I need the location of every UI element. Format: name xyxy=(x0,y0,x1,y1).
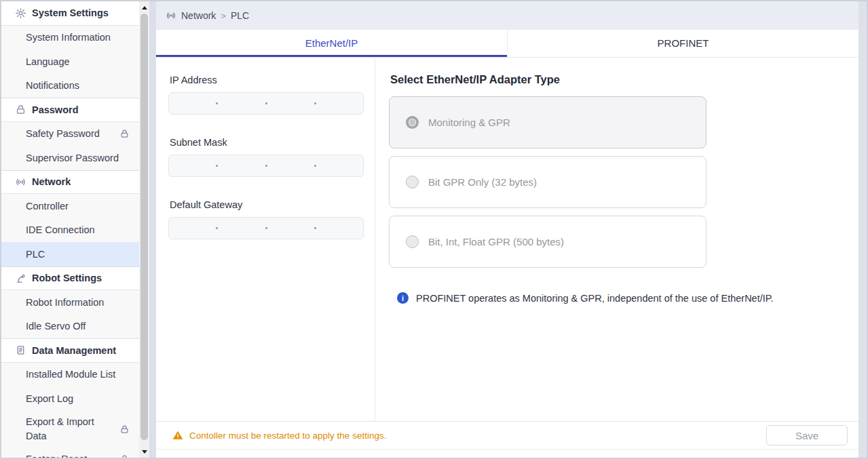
sidebar-item-system-information[interactable]: System Information xyxy=(1,26,139,50)
octet-input[interactable] xyxy=(316,155,363,176)
scrollbar-thumb[interactable] xyxy=(140,14,148,440)
octet-input[interactable] xyxy=(218,93,265,114)
sidebar-section-password[interactable]: Password xyxy=(1,98,139,122)
octet-input[interactable] xyxy=(316,218,363,239)
sidebar-item-label: Export & Import Data xyxy=(26,415,130,443)
warning-icon xyxy=(172,430,183,441)
sidebar-item-ide-connection[interactable]: IDE Connection xyxy=(1,218,139,243)
sidebar-section-label: System Settings xyxy=(32,7,109,18)
sidebar-section-network[interactable]: Network xyxy=(1,170,139,195)
main-panel: Network > PLC EtherNet/IP PROFINET IP Ad… xyxy=(156,1,858,458)
sidebar-section-robot-settings[interactable]: Robot Settings xyxy=(1,266,139,291)
broadcast-icon xyxy=(166,10,176,21)
sidebar: System Settings System Information Langu… xyxy=(1,1,139,458)
sidebar-item-label: Installed Module List xyxy=(26,369,115,380)
sidebar-section-data-management[interactable]: Data Management xyxy=(1,338,139,363)
tab-profinet[interactable]: PROFINET xyxy=(507,30,858,57)
adapter-option-bit-gpr-only[interactable]: Bit GPR Only (32 bytes) xyxy=(389,156,706,208)
sidebar-item-export-import-data[interactable]: Export & Import Data xyxy=(1,411,139,447)
save-button[interactable]: Save xyxy=(766,425,848,445)
adapter-section-title: Select EtherNet/IP Adapter Type xyxy=(390,73,858,86)
sidebar-item-idle-servo-off[interactable]: Idle Servo Off xyxy=(1,315,139,339)
subnet-mask-input[interactable] xyxy=(168,155,364,177)
octet-input[interactable] xyxy=(169,218,216,239)
network-form: IP Address Subnet Mask Default Gateway xyxy=(156,58,375,421)
sidebar-item-language[interactable]: Language xyxy=(1,49,139,74)
sidebar-item-label: Notifications xyxy=(26,80,79,91)
robot-icon xyxy=(15,273,26,284)
breadcrumb-current: PLC xyxy=(231,10,249,21)
lock-icon xyxy=(119,454,130,458)
octet-input[interactable] xyxy=(267,93,314,114)
adapter-option-bit-int-float-gpr[interactable]: Bit, Int, Float GPR (500 bytes) xyxy=(389,216,706,268)
octet-input[interactable] xyxy=(169,93,216,114)
sidebar-item-supervisor-password[interactable]: Supervisor Password xyxy=(1,146,139,170)
sidebar-item-robot-information[interactable]: Robot Information xyxy=(1,290,139,315)
sidebar-section-label: Password xyxy=(32,104,79,115)
sidebar-item-installed-module-list[interactable]: Installed Module List xyxy=(1,363,139,387)
profinet-note: i PROFINET operates as Monitoring & GPR,… xyxy=(397,292,858,304)
restart-warning-text: Contoller must be restarted to apply the… xyxy=(189,431,386,441)
radio-unselected-icon[interactable] xyxy=(406,176,419,188)
octet-input[interactable] xyxy=(267,218,314,239)
lock-icon xyxy=(15,104,26,115)
scroll-down-arrow[interactable] xyxy=(139,447,149,456)
adapter-option-monitoring-gpr[interactable]: Monitoring & GPR xyxy=(389,96,706,148)
sidebar-item-label: Controller xyxy=(26,201,69,212)
sidebar-section-label: Network xyxy=(32,176,71,187)
sidebar-section-system-settings[interactable]: System Settings xyxy=(1,1,139,26)
lock-icon xyxy=(119,424,130,434)
breadcrumb-parent[interactable]: Network xyxy=(181,10,216,21)
breadcrumb: Network > PLC xyxy=(156,1,858,30)
tab-label: PROFINET xyxy=(658,37,709,49)
tab-content: IP Address Subnet Mask Default Gateway xyxy=(156,58,858,421)
sidebar-item-label: Language xyxy=(26,56,70,67)
sidebar-item-label: Export Log xyxy=(26,393,73,404)
octet-input[interactable] xyxy=(316,93,363,114)
sidebar-divider xyxy=(149,1,156,458)
sidebar-scrollbar[interactable] xyxy=(139,1,149,458)
ip-address-input[interactable] xyxy=(168,92,364,115)
sidebar-item-factory-reset[interactable]: Factory Reset xyxy=(1,447,139,458)
sidebar-item-label: Robot Information xyxy=(26,297,104,308)
sidebar-item-label: PLC xyxy=(26,249,45,260)
radio-unselected-icon[interactable] xyxy=(406,235,419,248)
footer-bar: Contoller must be restarted to apply the… xyxy=(156,421,858,450)
sidebar-item-plc[interactable]: PLC xyxy=(1,242,139,266)
sidebar-item-export-log[interactable]: Export Log xyxy=(1,386,139,411)
gear-icon xyxy=(15,7,26,19)
profinet-note-text: PROFINET operates as Monitoring & GPR, i… xyxy=(416,293,774,304)
tab-ethernet-ip[interactable]: EtherNet/IP xyxy=(156,30,507,57)
adapter-option-label: Bit, Int, Float GPR (500 bytes) xyxy=(428,236,564,247)
sidebar-item-label: System Information xyxy=(26,32,111,43)
sidebar-item-controller[interactable]: Controller xyxy=(1,194,139,218)
sidebar-item-label: Idle Servo Off xyxy=(26,321,86,332)
scroll-up-arrow[interactable] xyxy=(139,3,149,12)
default-gateway-input[interactable] xyxy=(168,217,364,239)
sidebar-item-safety-password[interactable]: Safety Password xyxy=(1,122,139,146)
sidebar-item-label: Supervisor Password xyxy=(26,153,119,163)
page-scrollbar[interactable] xyxy=(858,1,867,458)
sidebar-section-label: Robot Settings xyxy=(32,273,102,283)
subnet-mask-label: Subnet Mask xyxy=(170,137,362,148)
octet-input[interactable] xyxy=(218,155,265,176)
adapter-section: Select EtherNet/IP Adapter Type Monitori… xyxy=(375,58,858,421)
sidebar-item-notifications[interactable]: Notifications xyxy=(1,74,139,98)
broadcast-icon xyxy=(15,176,26,188)
radio-selected-icon[interactable] xyxy=(406,116,419,129)
lock-icon xyxy=(119,129,130,139)
ip-address-group: IP Address xyxy=(168,75,362,115)
info-icon: i xyxy=(397,292,409,304)
tab-bar: EtherNet/IP PROFINET xyxy=(156,30,858,58)
adapter-option-label: Monitoring & GPR xyxy=(428,117,510,128)
adapter-option-label: Bit GPR Only (32 bytes) xyxy=(428,176,537,188)
ip-address-label: IP Address xyxy=(170,75,362,85)
octet-input[interactable] xyxy=(169,155,216,176)
document-icon xyxy=(15,344,26,356)
app-window: System Settings System Information Langu… xyxy=(0,0,868,459)
octet-input[interactable] xyxy=(218,218,265,239)
sidebar-item-label: Safety Password xyxy=(26,128,100,139)
subnet-mask-group: Subnet Mask xyxy=(168,137,362,177)
octet-input[interactable] xyxy=(267,155,314,176)
default-gateway-label: Default Gateway xyxy=(170,199,362,210)
